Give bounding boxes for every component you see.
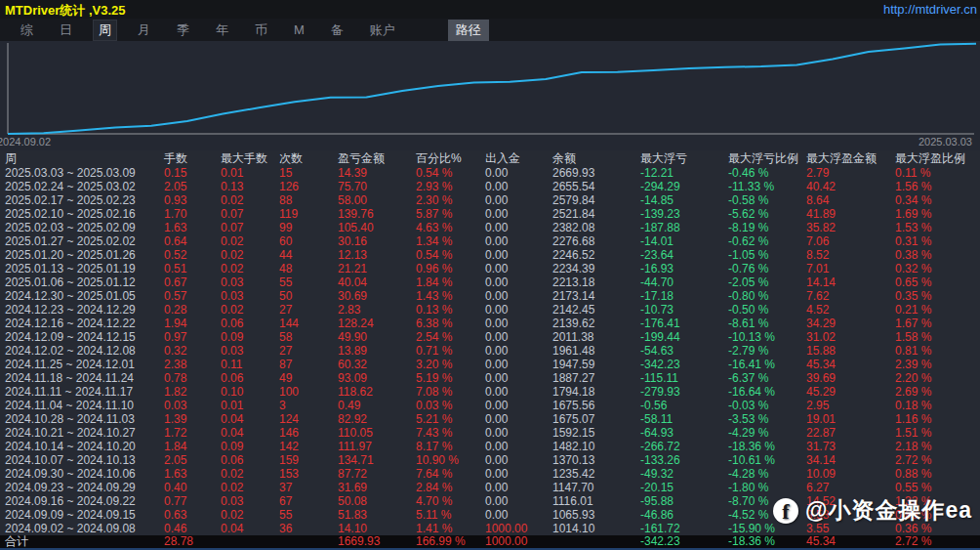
cell: 0.03	[216, 344, 274, 358]
cell: 126	[274, 180, 333, 193]
cell: 3.20 %	[411, 358, 480, 371]
cell: 1000.00	[480, 522, 548, 535]
table-row[interactable]: 2024.12.09 ~ 2024.12.150.970.095849.902.…	[0, 330, 980, 344]
cell: -0.58 %	[723, 193, 801, 207]
cell: 0.55 %	[890, 481, 980, 494]
table-row[interactable]: 2024.10.21 ~ 2024.10.271.720.04146110.05…	[0, 426, 980, 440]
cell: 7.06	[801, 234, 890, 248]
cell: -0.46 %	[723, 166, 801, 180]
table-row[interactable]: 2024.11.04 ~ 2024.11.100.030.0130.490.03…	[0, 399, 980, 412]
cell: 2011.38	[548, 330, 635, 344]
table-row[interactable]: 2024.11.18 ~ 2024.11.240.780.064993.095.…	[0, 371, 980, 385]
cell: -0.03 %	[723, 399, 801, 412]
app-title: MTDriver统计 ,V3.25	[5, 2, 126, 20]
menu-item-季[interactable]: 季	[171, 20, 195, 41]
cell: 0.00	[480, 508, 548, 522]
cell: -58.11	[635, 412, 723, 426]
total-row: 合计28.781669.93166.99 %1000.00-342.23-18.…	[0, 535, 980, 548]
table-row[interactable]: 2025.02.10 ~ 2025.02.161.700.07119139.76…	[0, 207, 980, 221]
table-row[interactable]: 2024.10.28 ~ 2024.11.031.390.0412482.925…	[0, 412, 980, 426]
table-row[interactable]: 2025.02.17 ~ 2025.02.230.930.028858.002.…	[0, 193, 980, 207]
cell: 1482.10	[548, 440, 635, 453]
cell: 0.11	[216, 358, 274, 371]
table-row[interactable]: 2025.01.27 ~ 2025.02.020.640.026030.161.…	[0, 234, 980, 248]
table-row[interactable]: 2024.11.11 ~ 2024.11.171.820.10100118.62…	[0, 385, 980, 399]
table-row[interactable]: 2024.10.07 ~ 2024.10.132.050.06159134.71…	[0, 453, 980, 467]
cell: 0.02	[216, 248, 274, 262]
cell: 2025.01.20 ~ 2025.01.26	[0, 248, 159, 262]
cell: 6.27	[801, 481, 890, 494]
cell: -133.26	[635, 453, 723, 467]
menu-item-币[interactable]: 币	[249, 20, 273, 41]
total-cell	[274, 535, 333, 548]
cell: 0.00	[480, 412, 548, 426]
menu-item-日[interactable]: 日	[54, 20, 78, 41]
cell: 13.89	[333, 344, 411, 358]
table-row[interactable]: 2024.12.02 ~ 2024.12.080.320.032713.890.…	[0, 344, 980, 358]
cell: 34.14	[801, 453, 890, 467]
cell: 0.09	[216, 440, 274, 453]
cell: 0.88 %	[890, 467, 980, 481]
cell: -11.33 %	[723, 180, 801, 193]
cell: 0.06	[216, 453, 274, 467]
menu-item-月[interactable]: 月	[132, 20, 156, 41]
menu-item-周[interactable]: 周	[93, 20, 117, 41]
table-row[interactable]: 2025.01.20 ~ 2025.01.260.520.024412.130.…	[0, 248, 980, 262]
table-row[interactable]: 2024.11.25 ~ 2024.12.012.380.118760.323.…	[0, 358, 980, 371]
cell: 1.72	[159, 426, 216, 440]
cell: 0.28	[159, 303, 216, 317]
cell: 35.82	[801, 221, 890, 234]
cell: 1675.56	[548, 399, 635, 412]
table-row[interactable]: 2025.01.06 ~ 2025.01.120.670.035540.041.…	[0, 275, 980, 289]
cell: 153	[274, 467, 333, 481]
cell: -95.88	[635, 494, 723, 508]
table-row[interactable]: 2025.02.03 ~ 2025.02.091.630.0799105.404…	[0, 221, 980, 234]
cell: 27	[274, 344, 333, 358]
menu-item-备[interactable]: 备	[325, 20, 349, 41]
menu-item-年[interactable]: 年	[210, 20, 234, 41]
cell: 1235.42	[548, 467, 635, 481]
total-cell: -342.23	[635, 535, 723, 548]
column-header: 百分比%	[411, 150, 480, 166]
cell: 60.32	[333, 358, 411, 371]
cell: 14.14	[801, 275, 890, 289]
cell: 142	[274, 440, 333, 453]
cell: 2024.11.04 ~ 2024.11.10	[0, 399, 159, 412]
cell: 1.41 %	[411, 522, 480, 535]
cell: 0.97	[159, 330, 216, 344]
cell: 87.72	[333, 467, 411, 481]
total-cell: 45.34	[801, 535, 890, 548]
column-header: 最大浮亏	[635, 150, 723, 166]
table-row[interactable]: 2025.02.24 ~ 2025.03.022.050.1312675.702…	[0, 180, 980, 193]
menu-item-账户[interactable]: 账户	[364, 20, 401, 41]
cell: 37	[274, 481, 333, 494]
app-url-link[interactable]: http://mtdriver.cn	[883, 2, 977, 17]
cell: 2025.01.27 ~ 2025.02.02	[0, 234, 159, 248]
cell: 0.00	[480, 221, 548, 234]
menu-item-M[interactable]: M	[288, 21, 310, 39]
table-row[interactable]: 2024.12.16 ~ 2024.12.221.940.06144128.24…	[0, 317, 980, 330]
cell: 0.00	[480, 166, 548, 180]
table-row[interactable]: 2024.09.30 ~ 2024.10.061.630.0215387.727…	[0, 467, 980, 481]
cell: 0.18 %	[890, 399, 980, 412]
cell: 0.02	[216, 193, 274, 207]
cell: 7.08 %	[411, 385, 480, 399]
path-button[interactable]: 路径	[448, 20, 489, 41]
cell: 105.40	[333, 221, 411, 234]
cell: 0.00	[480, 193, 548, 207]
table-row[interactable]: 2024.12.30 ~ 2025.01.050.570.035030.691.…	[0, 289, 980, 303]
cell: 2024.10.14 ~ 2024.10.20	[0, 440, 159, 453]
table-row[interactable]: 2024.09.23 ~ 2024.09.290.400.023731.692.…	[0, 481, 980, 494]
cell: 119	[274, 207, 333, 221]
table-row[interactable]: 2024.12.23 ~ 2024.12.290.280.02272.830.1…	[0, 303, 980, 317]
cell: 0.71 %	[411, 344, 480, 358]
table-row[interactable]: 2024.10.14 ~ 2024.10.201.840.09142111.97…	[0, 440, 980, 453]
cell: -115.11	[635, 371, 723, 385]
menu-item-综[interactable]: 综	[15, 20, 39, 41]
cell: 2.05	[159, 453, 216, 467]
cell: 50.08	[333, 494, 411, 508]
cell: 0.11 %	[890, 166, 980, 180]
table-row[interactable]: 2025.03.03 ~ 2025.03.090.150.011514.390.…	[0, 166, 980, 180]
cell: 1.82	[159, 385, 216, 399]
table-row[interactable]: 2025.01.13 ~ 2025.01.190.510.024821.210.…	[0, 262, 980, 275]
